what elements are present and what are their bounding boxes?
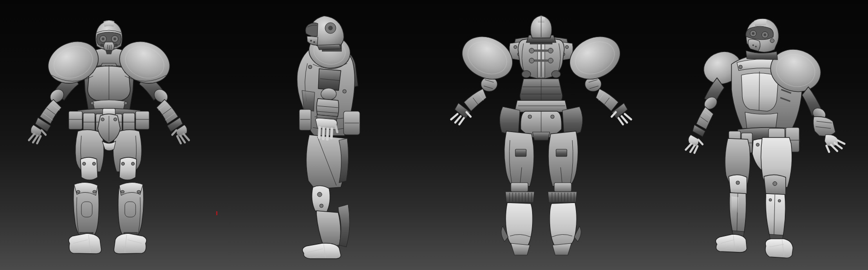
front-right-knee bbox=[119, 157, 137, 180]
side-knee-pad bbox=[312, 186, 330, 213]
front-left-shin bbox=[73, 182, 99, 235]
front-right-boot bbox=[114, 233, 146, 254]
back-right-leg bbox=[548, 131, 581, 255]
side-front-pouch bbox=[299, 109, 311, 130]
back-left-leg bbox=[501, 131, 534, 255]
front-left-knee bbox=[80, 157, 98, 180]
front-left-boot bbox=[69, 233, 101, 254]
render-canvas[interactable] bbox=[0, 0, 868, 270]
back-waist bbox=[514, 79, 568, 112]
back-right-piston bbox=[552, 71, 561, 78]
back-left-piston bbox=[522, 71, 531, 78]
tq-helmet bbox=[746, 19, 779, 60]
sculpt-canvas[interactable] bbox=[0, 0, 868, 270]
stray-red-brushstroke bbox=[216, 211, 217, 215]
front-respirator bbox=[104, 42, 114, 51]
front-right-shin bbox=[118, 182, 143, 235]
side-arm bbox=[316, 69, 341, 139]
side-boot bbox=[302, 243, 341, 259]
